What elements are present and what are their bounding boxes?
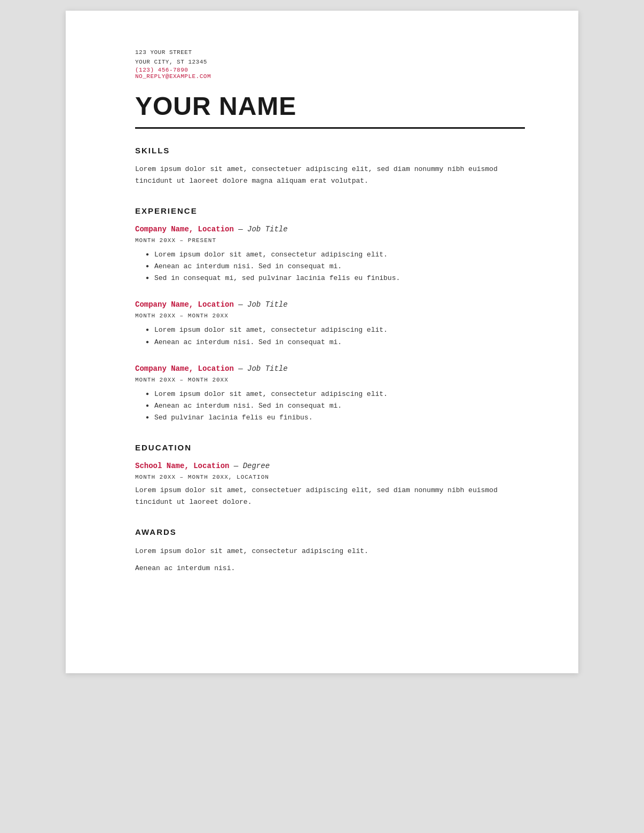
skills-section: SKILLS Lorem ipsum dolor sit amet, conse… bbox=[135, 146, 525, 187]
awards-line-2: Aenean ac interdum nisi. bbox=[135, 562, 525, 574]
dates-3: MONTH 20XX – MONTH 20XX bbox=[135, 377, 525, 383]
company-name-1: Company Name, Location bbox=[135, 225, 234, 233]
experience-entry-1: Company Name, Location — Job Title MONTH… bbox=[135, 224, 525, 284]
bullet-3-3: Sed pulvinar lacinia felis eu finibus. bbox=[146, 412, 525, 424]
company-name-3: Company Name, Location bbox=[135, 364, 234, 373]
experience-title: EXPERIENCE bbox=[135, 206, 525, 215]
awards-text-1: Lorem ipsum dolor sit amet, consectetur … bbox=[135, 545, 525, 557]
bullets-3: Lorem ipsum dolor sit amet, consectetur … bbox=[135, 388, 525, 424]
phone: (123) 456-7890 bbox=[135, 67, 525, 73]
degree-1: Degree bbox=[243, 462, 270, 470]
company-name-2: Company Name, Location bbox=[135, 300, 234, 309]
edu-dash-1: — bbox=[229, 462, 242, 470]
school-name-1: School Name, Location bbox=[135, 462, 229, 470]
company-line-3: Company Name, Location — Job Title bbox=[135, 363, 525, 375]
awards-line-1: Lorem ipsum dolor sit amet, consectetur … bbox=[135, 545, 525, 557]
bullet-1-2: Aenean ac interdum nisi. Sed in consequa… bbox=[146, 261, 525, 273]
bullets-2: Lorem ipsum dolor sit amet, consectetur … bbox=[135, 324, 525, 348]
awards-section: AWARDS Lorem ipsum dolor sit amet, conse… bbox=[135, 527, 525, 574]
street-address: 123 YOUR STREET bbox=[135, 48, 525, 58]
experience-entry-3: Company Name, Location — Job Title MONTH… bbox=[135, 363, 525, 424]
skills-text: Lorem ipsum dolor sit amet, consectetuer… bbox=[135, 164, 525, 187]
bullets-1: Lorem ipsum dolor sit amet, consectetur … bbox=[135, 249, 525, 284]
job-title-2: Job Title bbox=[247, 300, 288, 309]
education-entry-1: School Name, Location — Degree MONTH 20X… bbox=[135, 461, 525, 508]
awards-text-2: Aenean ac interdum nisi. bbox=[135, 562, 525, 574]
bullet-1-3: Sed in consequat mi, sed pulvinar lacini… bbox=[146, 273, 525, 284]
job-title-1: Job Title bbox=[247, 225, 288, 233]
dates-2: MONTH 20XX – MONTH 20XX bbox=[135, 313, 525, 319]
dates-1: MONTH 20XX – PRESENT bbox=[135, 237, 525, 244]
name-section: YOUR NAME bbox=[135, 92, 525, 121]
contact-section: 123 YOUR STREET YOUR CITY, ST 12345 (123… bbox=[135, 48, 525, 80]
full-name: YOUR NAME bbox=[135, 92, 525, 121]
experience-entry-2: Company Name, Location — Job Title MONTH… bbox=[135, 299, 525, 348]
edu-description-1: Lorem ipsum dolor sit amet, consectetuer… bbox=[135, 485, 525, 508]
education-title: EDUCATION bbox=[135, 443, 525, 452]
bullet-3-1: Lorem ipsum dolor sit amet, consectetur … bbox=[146, 388, 525, 400]
dash-3: — bbox=[234, 364, 247, 373]
name-divider bbox=[135, 127, 525, 129]
awards-title: AWARDS bbox=[135, 527, 525, 536]
city-state: YOUR CITY, ST 12345 bbox=[135, 58, 525, 67]
bullet-2-2: Aenean ac interdum nisi. Sed in consequa… bbox=[146, 337, 525, 348]
dash-1: — bbox=[234, 225, 247, 233]
edu-dates-1: MONTH 20XX – MONTH 20XX, LOCATION bbox=[135, 474, 525, 480]
company-line-1: Company Name, Location — Job Title bbox=[135, 224, 525, 235]
skills-title: SKILLS bbox=[135, 146, 525, 155]
bullet-1-1: Lorem ipsum dolor sit amet, consectetur … bbox=[146, 249, 525, 261]
education-section: EDUCATION School Name, Location — Degree… bbox=[135, 443, 525, 508]
email: NO_REPLY@EXAMPLE.COM bbox=[135, 73, 525, 80]
bullet-3-2: Aenean ac interdum nisi. Sed in consequa… bbox=[146, 400, 525, 412]
experience-section: EXPERIENCE Company Name, Location — Job … bbox=[135, 206, 525, 424]
bullet-2-1: Lorem ipsum dolor sit amet, consectetur … bbox=[146, 324, 525, 336]
resume-page: 123 YOUR STREET YOUR CITY, ST 12345 (123… bbox=[66, 11, 578, 673]
company-line-2: Company Name, Location — Job Title bbox=[135, 299, 525, 310]
school-line-1: School Name, Location — Degree bbox=[135, 461, 525, 472]
job-title-3: Job Title bbox=[247, 364, 288, 373]
dash-2: — bbox=[234, 300, 247, 309]
